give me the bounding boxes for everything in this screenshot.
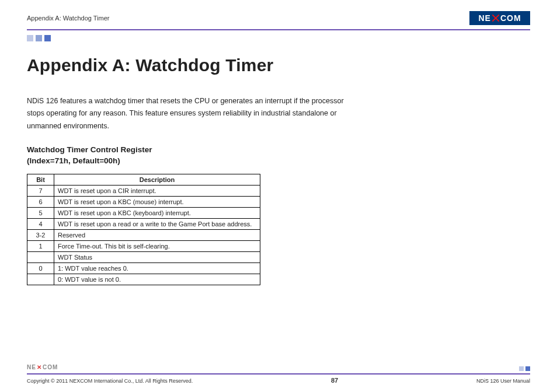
table-row: 5WDT is reset upon a KBC (keyboard) inte… bbox=[27, 207, 260, 218]
table-row: 3-2Reserved bbox=[27, 229, 260, 240]
table-row: 4WDT is reset upon a read or a write to … bbox=[27, 218, 260, 229]
table-header-row: Bit Description bbox=[27, 174, 260, 185]
table-row: WDT Status bbox=[27, 251, 260, 262]
mini-x-icon: ✕ bbox=[37, 364, 42, 370]
footer-row: Copyright © 2011 NEXCOM International Co… bbox=[27, 377, 530, 384]
footer-mini-logo: NE ✕ COM bbox=[27, 364, 58, 370]
page-title: Appendix A: Watchdog Timer bbox=[27, 55, 354, 75]
header-section-title: Appendix A: Watchdog Timer bbox=[27, 15, 109, 22]
footer-squares bbox=[519, 366, 530, 371]
table-row: 0: WDT value is not 0. bbox=[27, 274, 260, 285]
table-row: 1Force Time-out. This bit is self-cleari… bbox=[27, 240, 260, 251]
square-icon bbox=[44, 35, 51, 41]
nexcom-logo-icon: NE COM bbox=[469, 11, 530, 25]
brand-x-icon bbox=[492, 14, 500, 22]
brand-text-left: NE bbox=[478, 13, 490, 23]
content-area: Appendix A: Watchdog Timer NDiS 126 feat… bbox=[27, 55, 354, 285]
col-desc: Description bbox=[54, 174, 260, 185]
brand-logo: NE COM bbox=[469, 11, 530, 25]
col-bit: Bit bbox=[27, 174, 54, 185]
intro-paragraph: NDiS 126 features a watchdog timer that … bbox=[27, 95, 354, 132]
subheading-line-1: Watchdog Timer Control Register bbox=[27, 145, 152, 154]
subheading-line-2: (Index=71h, Default=00h) bbox=[27, 156, 120, 165]
register-table: Bit Description 7WDT is reset upon a CIR… bbox=[27, 174, 260, 285]
decorative-squares bbox=[27, 35, 530, 41]
square-icon bbox=[27, 35, 33, 41]
register-subheading: Watchdog Timer Control Register (Index=7… bbox=[27, 144, 354, 167]
copyright-text: Copyright © 2011 NEXCOM International Co… bbox=[27, 378, 193, 384]
square-icon bbox=[519, 366, 524, 371]
table-row: 6WDT is reset upon a KBC (mouse) interru… bbox=[27, 196, 260, 207]
header-rule bbox=[27, 29, 530, 30]
square-icon bbox=[36, 35, 42, 41]
footer-rule: NE ✕ COM bbox=[27, 373, 530, 374]
table-row: 01: WDT value reaches 0. bbox=[27, 262, 260, 274]
table-row: 7WDT is reset upon a CIR interrupt. bbox=[27, 185, 260, 196]
square-icon bbox=[525, 366, 530, 371]
page-footer: NE ✕ COM Copyright © 2011 NEXCOM Interna… bbox=[27, 373, 530, 384]
page-header: Appendix A: Watchdog Timer NE COM bbox=[27, 10, 530, 26]
page: Appendix A: Watchdog Timer NE COM Append… bbox=[0, 0, 557, 392]
page-number: 87 bbox=[331, 377, 338, 384]
brand-text-right: COM bbox=[500, 13, 521, 23]
manual-name: NDiS 126 User Manual bbox=[476, 378, 530, 384]
